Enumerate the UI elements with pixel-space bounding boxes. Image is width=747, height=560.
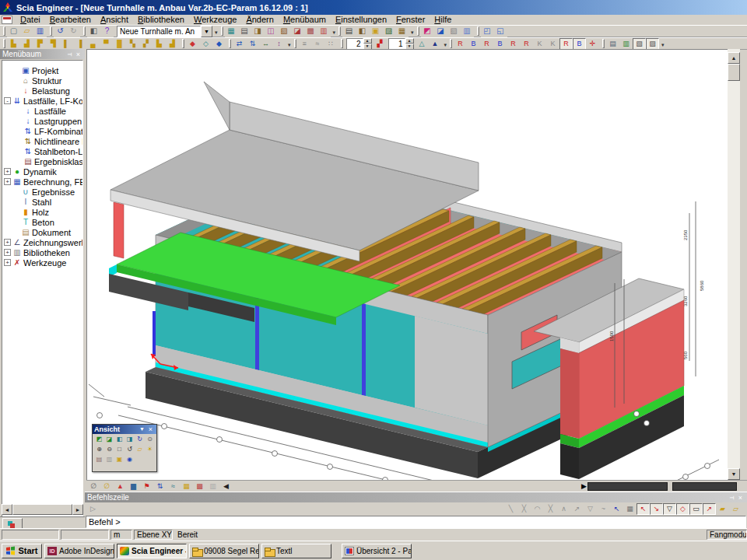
wave-button[interactable]: ≈ (167, 481, 180, 492)
plate-tool-button[interactable]: ▄ (86, 38, 100, 50)
open-view-button[interactable]: ▱ (135, 444, 145, 454)
view-axo-2-button[interactable]: ◪ (104, 434, 114, 444)
taskbar-segel-button[interactable]: 09008 Segel Rech... (189, 544, 259, 558)
taskbar-textl-button[interactable]: Textl (261, 544, 331, 558)
faded-button[interactable]: ▥ (206, 481, 219, 492)
wall-tool-button[interactable]: ▛ (33, 38, 47, 50)
document-button[interactable]: ▣ (369, 26, 382, 37)
document-icon[interactable] (2, 16, 12, 24)
overflow-icon[interactable]: ▾ (288, 42, 291, 48)
menu-datei[interactable]: Datei (16, 15, 45, 25)
snap-delete-button[interactable]: ╳ (544, 503, 557, 515)
move-tool-button[interactable]: ⇄ (233, 38, 246, 50)
toolbar-grip[interactable] (602, 39, 605, 48)
project-combobox[interactable]: Neue Turnhalle m. An ▼ (117, 26, 212, 37)
doc-view-button[interactable]: ▣ (114, 454, 124, 464)
close-icon[interactable]: × (146, 425, 155, 434)
command-input[interactable]: Befehl > (86, 516, 746, 528)
help-button[interactable]: ? (100, 26, 114, 37)
status-unit[interactable]: m (110, 530, 132, 540)
shell-tool-button[interactable]: ▀ (100, 38, 113, 50)
close-icon[interactable]: × (736, 493, 745, 502)
status-plane[interactable]: Ebene XY (134, 530, 173, 540)
toolbar-grip[interactable] (417, 26, 419, 36)
export-button[interactable]: ◫ (265, 26, 278, 37)
scroll-down-icon[interactable]: ▼ (728, 468, 740, 480)
section-cut-button[interactable]: ▞ (374, 38, 387, 50)
image-button[interactable]: ◪ (291, 26, 304, 37)
cursor-snap-button[interactable]: ↖ (610, 503, 623, 515)
hinge-tool-button[interactable]: ◆ (186, 38, 199, 50)
grid-button[interactable]: ▦ (180, 481, 193, 492)
grid-snap-button[interactable]: ▦ (623, 503, 637, 515)
sidebar-item-belastung[interactable]: ↓ Belastung (2, 86, 82, 96)
toolbar-grip[interactable] (477, 26, 479, 36)
snap-int-button[interactable]: ↗ (703, 503, 716, 515)
model-viewport[interactable]: 2350 3260 560 5860 1500 (86, 49, 728, 480)
copy-tool-button[interactable]: ⇅ (246, 38, 259, 50)
toolbar-grip[interactable] (3, 26, 5, 36)
overflow-icon[interactable]: ▾ (444, 42, 447, 48)
status-snap-mode[interactable]: Fangmodus (707, 530, 747, 540)
sidebar-item-lf-kombinationen[interactable]: ⇅ LF-Kombinationen (2, 126, 82, 136)
layer-value[interactable]: 1 (388, 38, 405, 50)
overflow-icon[interactable]: ▾ (661, 42, 665, 48)
tree-expander-icon[interactable]: + (4, 259, 11, 266)
gallery-button[interactable]: ◧ (356, 26, 369, 37)
table-red-button[interactable]: ▩ (193, 481, 206, 492)
open-project-button[interactable]: ▱ (20, 26, 33, 37)
scroll-left-button[interactable]: ◀ (219, 481, 233, 492)
toolbar-grip[interactable] (450, 39, 452, 48)
overflow-icon[interactable]: ▾ (215, 30, 218, 36)
sidebar-item-dynamik[interactable]: + ● Dynamik (2, 166, 82, 177)
sidebar-item-stahl[interactable]: I Stahl (2, 197, 82, 207)
arrows-button[interactable]: ⇅ (153, 481, 167, 492)
cross-tool-button[interactable]: ▞ (139, 38, 153, 50)
preview-button[interactable]: ◨ (251, 26, 265, 37)
zoom-window-button[interactable]: □ (114, 444, 124, 454)
spin-up-icon[interactable]: ▲ (363, 38, 372, 44)
result-r1-button[interactable]: R (454, 38, 467, 50)
taskbar-scia-button[interactable]: Scia Engineer - [... (117, 544, 187, 558)
table-button[interactable]: ▥ (317, 26, 331, 37)
node-tool-button[interactable]: ◆ (212, 38, 226, 50)
clipboard-button[interactable]: ▧ (278, 26, 291, 37)
paperspace-button[interactable]: ▦ (395, 26, 409, 37)
mirror-tool-button[interactable]: ↔ (259, 38, 272, 50)
sidebar-item-lastgruppen[interactable]: ↓ Lastgruppen (2, 116, 82, 126)
pin-icon[interactable]: T (728, 493, 736, 502)
menu-ansicht[interactable]: Ansicht (96, 15, 133, 25)
menu-hilfe[interactable]: Hilfe (430, 15, 456, 25)
result-r4-button[interactable]: R (520, 38, 533, 50)
menu-fenster[interactable]: Fenster (391, 15, 430, 25)
sidebar-item-werkzeuge[interactable]: + ✗ Werkzeuge (2, 257, 82, 268)
result-b1-button[interactable]: B (467, 38, 480, 50)
sidebar-item-dokument[interactable]: ▤ Dokument (2, 227, 82, 237)
rib-tool-button[interactable]: ▌ (60, 38, 73, 50)
link-button[interactable]: ◩ (421, 26, 434, 37)
tree-expander-icon[interactable]: + (4, 168, 11, 175)
picture-button[interactable]: ▨ (382, 26, 395, 37)
overflow-icon[interactable]: ▾ (333, 30, 336, 36)
sidebar-item-stahlbeton-lfk[interactable]: ⇅ Stahlbeton-LFK (2, 146, 82, 156)
axis-button[interactable]: △ (416, 38, 429, 50)
light-button[interactable]: ☀ (145, 444, 155, 454)
undo-button[interactable]: ↺ (54, 26, 67, 37)
truss-tool-button[interactable]: ▟ (166, 38, 179, 50)
view-axo-1-button[interactable]: ◩ (94, 434, 104, 444)
tree-expander-icon[interactable]: + (4, 239, 11, 246)
palette-header[interactable]: Ansicht ▼ × (93, 425, 156, 434)
snap-dir-button[interactable]: ↗ (570, 503, 584, 515)
solid-tool-button[interactable]: █ (113, 38, 126, 50)
snap-tool-button[interactable]: ∷ (324, 38, 338, 50)
start-button[interactable]: Start (2, 544, 42, 558)
toolbar-grip[interactable] (229, 39, 231, 48)
layout-button[interactable]: ▩ (304, 26, 317, 37)
sidebar-item-lastfaelle-gruppe[interactable]: - ⇊ Lastfälle, LF-Kombination (2, 96, 82, 106)
sidebar-item-berechnung[interactable]: + ▦ Berechnung, FE-Netz (2, 177, 82, 187)
beam-tool-button[interactable]: ▟ (20, 38, 33, 50)
scrollbar-thumb[interactable] (12, 504, 72, 515)
slab-tool-button[interactable]: ▜ (47, 38, 60, 50)
support-tool-button[interactable]: ◇ (199, 38, 212, 50)
snap-tri-button[interactable]: ▽ (584, 503, 597, 515)
